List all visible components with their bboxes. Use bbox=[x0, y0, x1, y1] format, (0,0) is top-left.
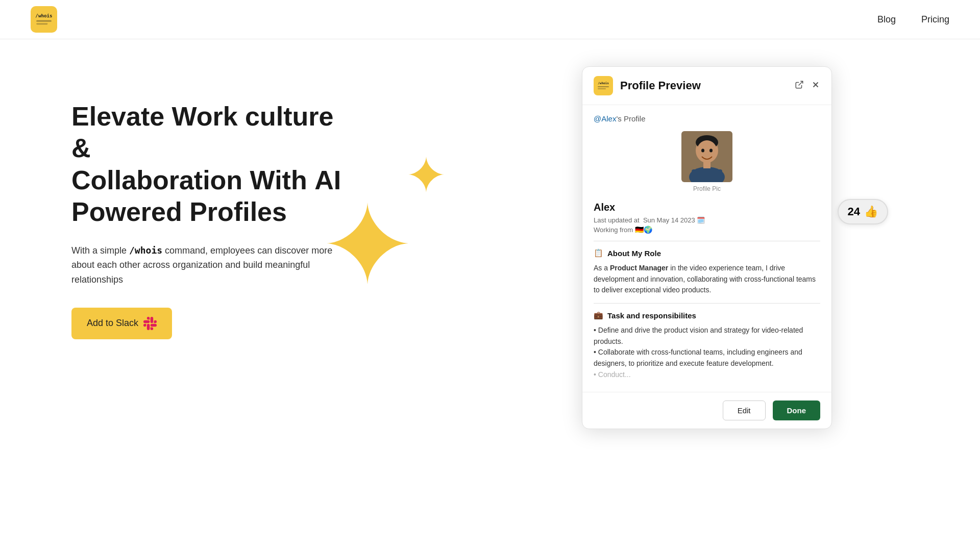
done-button[interactable]: Done bbox=[773, 400, 821, 420]
profile-last-updated: Last updated at Sun May 14 2023 🗓️ bbox=[594, 216, 820, 224]
svg-rect-19 bbox=[703, 161, 710, 168]
star-big-icon bbox=[327, 203, 408, 284]
reaction-emoji: 👍 bbox=[864, 205, 878, 218]
task-content: • Define and drive the product vision an… bbox=[594, 325, 820, 380]
svg-rect-18 bbox=[692, 169, 722, 182]
divider-2 bbox=[594, 303, 820, 304]
divider-1 bbox=[594, 241, 820, 241]
card-logo: /whois bbox=[594, 76, 613, 95]
svg-rect-0 bbox=[32, 7, 56, 32]
svg-rect-7 bbox=[598, 88, 606, 89]
svg-point-15 bbox=[701, 149, 704, 153]
logo-container[interactable]: /whois bbox=[31, 6, 57, 33]
svg-rect-2 bbox=[36, 20, 52, 22]
star-small-icon bbox=[408, 157, 444, 192]
about-role-content: As a Product Manager in the video experi… bbox=[594, 263, 820, 296]
svg-rect-3 bbox=[36, 23, 47, 24]
slack-icon bbox=[143, 317, 157, 330]
hero-title-line2: Collaboration With AI bbox=[71, 165, 341, 195]
profile-pic bbox=[681, 131, 732, 182]
nav-links: Blog Pricing bbox=[877, 14, 949, 25]
profile-working-from: Working from 🇩🇪🌍 bbox=[594, 226, 820, 234]
svg-rect-4 bbox=[595, 77, 612, 94]
deco-area bbox=[306, 141, 459, 345]
task-title: 💼 Task and responsibilites bbox=[594, 311, 820, 320]
about-role-title: 📋 About My Role bbox=[594, 248, 820, 258]
nav-pricing[interactable]: Pricing bbox=[921, 14, 949, 25]
card-title: Profile Preview bbox=[620, 79, 788, 92]
task-emoji: 💼 bbox=[594, 311, 603, 320]
card-body: @Alex's Profile bbox=[582, 105, 831, 392]
about-role-emoji: 📋 bbox=[594, 248, 603, 258]
edit-button[interactable]: Edit bbox=[723, 400, 766, 420]
profile-pic-label: Profile Pic bbox=[693, 185, 721, 192]
nav-blog[interactable]: Blog bbox=[877, 14, 896, 25]
card-footer: Edit Done bbox=[582, 392, 831, 429]
hero-title-line1: Elevate Work culture & bbox=[71, 102, 333, 163]
hero-section: Elevate Work culture & Collaboration Wit… bbox=[0, 39, 980, 339]
reaction-count: 24 bbox=[848, 205, 860, 218]
svg-text:/whois: /whois bbox=[35, 13, 52, 18]
profile-name: Alex bbox=[594, 202, 820, 213]
svg-point-16 bbox=[709, 149, 713, 153]
profile-handle: @Alex bbox=[594, 114, 616, 123]
reaction-badge[interactable]: 24 👍 bbox=[838, 199, 888, 224]
card-header-icons bbox=[795, 80, 820, 92]
profile-preview-card: /whois Profile Preview bbox=[582, 66, 832, 429]
external-link-button[interactable] bbox=[795, 80, 804, 92]
logo-box: /whois bbox=[31, 6, 57, 33]
add-to-slack-button[interactable]: Add to Slack bbox=[71, 308, 172, 339]
header: /whois Blog Pricing bbox=[0, 0, 980, 39]
add-to-slack-label: Add to Slack bbox=[87, 318, 138, 329]
profile-pic-area: Profile Pic bbox=[594, 131, 820, 192]
person-avatar bbox=[681, 131, 732, 182]
svg-text:/whois: /whois bbox=[598, 81, 609, 85]
svg-rect-6 bbox=[598, 86, 609, 87]
hero-title-line3: Powered Profiles bbox=[71, 197, 287, 227]
card-header: /whois Profile Preview bbox=[582, 67, 831, 105]
profile-mention: @Alex's Profile bbox=[594, 114, 820, 123]
svg-line-8 bbox=[799, 81, 803, 85]
close-button[interactable] bbox=[811, 80, 820, 92]
